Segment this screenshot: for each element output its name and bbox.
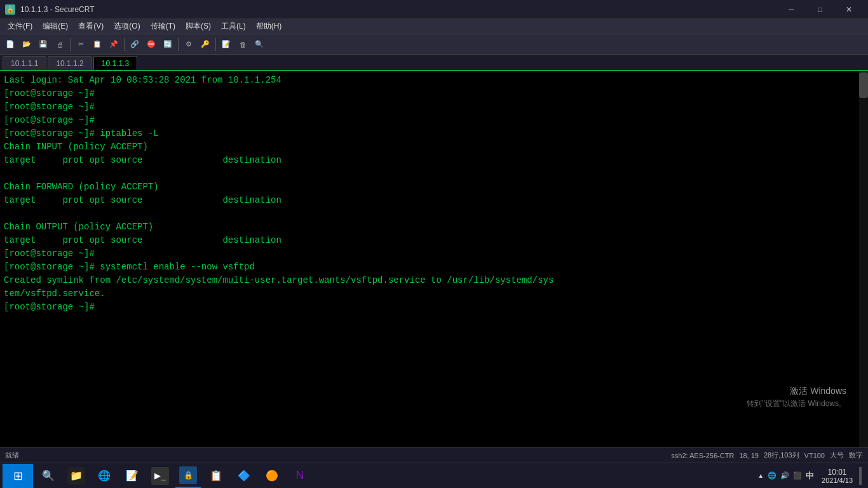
menu-help[interactable]: 帮助(H) <box>251 19 287 34</box>
start-icon: ⊞ <box>13 469 23 483</box>
terminal-line-10: target prot opt source destination <box>4 194 855 207</box>
taskbar-onenote[interactable]: 🔷 <box>231 464 257 488</box>
maximize-button[interactable]: □ <box>806 0 834 19</box>
toolbar-log[interactable]: 📝 <box>219 37 234 52</box>
clock-date: 2021/4/13 <box>822 477 853 484</box>
terminal-line-8 <box>4 167 855 180</box>
show-desktop-icon <box>859 467 862 485</box>
toolbar-cut[interactable]: ✂ <box>73 37 88 52</box>
toolbar-disconnect[interactable]: ⛔ <box>144 37 159 52</box>
tray-network[interactable]: 🌐 <box>768 471 776 480</box>
status-right: ssh2: AES-256-CTR 18, 19 28行,103列 VT100 … <box>671 451 863 460</box>
tab-1-label: 10.1.1.1 <box>11 59 38 68</box>
terminal-wrapper: Last login: Sat Apr 10 08:53:28 2021 fro… <box>0 71 868 447</box>
menu-transfer[interactable]: 传输(T) <box>146 19 180 34</box>
taskbar-edge[interactable]: 🌐 <box>92 464 117 488</box>
toolbar-key[interactable]: 🔑 <box>198 37 213 52</box>
taskbar-search[interactable]: 🔍 <box>36 464 61 488</box>
toolbar-new[interactable]: 📄 <box>3 37 18 52</box>
status-numlock: 数字 <box>849 451 863 460</box>
menu-bar: 文件(F) 编辑(E) 查看(V) 选项(O) 传输(T) 脚本(S) 工具(L… <box>0 19 868 34</box>
status-size: 28行,103列 <box>764 451 799 460</box>
taskbar-left: ⊞ 🔍 📁 🌐 📝 ▶_ 🔒 📋 🔷 🟠 N <box>3 464 313 488</box>
toolbar-paste[interactable]: 📌 <box>106 37 121 52</box>
toolbar-reconnect[interactable]: 🔄 <box>160 37 175 52</box>
status-term: VT100 <box>804 452 825 459</box>
terminal-line-9: Chain FORWARD (policy ACCEPT) <box>4 180 855 194</box>
taskbar-securecrt[interactable]: 🔒 <box>175 464 201 488</box>
title-bar-text: 10.1.1.3 - SecureCRT <box>20 5 95 14</box>
terminal-line-1: Last login: Sat Apr 10 08:53:28 2021 fro… <box>4 74 855 87</box>
terminal-line-7: target prot opt source destination <box>4 154 855 167</box>
menu-view[interactable]: 查看(V) <box>73 19 109 34</box>
tab-2[interactable]: 10.1.1.2 <box>48 56 92 70</box>
toolbar-sep3 <box>178 38 179 51</box>
minimize-button[interactable]: ─ <box>777 0 806 19</box>
word-icon: 📝 <box>123 467 141 485</box>
title-bar-left: 🔒 10.1.1.3 - SecureCRT <box>5 4 95 15</box>
tray-battery[interactable]: ⬛ <box>793 471 802 480</box>
system-tray: ▲ 🌐 🔊 ⬛ 中 <box>752 470 819 482</box>
terminal-line-13: target prot opt source destination <box>4 234 855 247</box>
tray-ime[interactable]: 中 <box>806 470 814 482</box>
window-controls: ─ □ ✕ <box>777 0 863 19</box>
terminal[interactable]: Last login: Sat Apr 10 08:53:28 2021 fro… <box>0 71 859 447</box>
terminal-line-15: [root@storage ~]# systemctl enable --now… <box>4 261 855 274</box>
menu-options[interactable]: 选项(O) <box>109 19 145 34</box>
terminal-scrollbar[interactable] <box>859 71 868 447</box>
search-icon: 🔍 <box>39 467 57 485</box>
terminal-line-14: [root@storage ~]# <box>4 247 855 261</box>
toolbar: 📄 📂 💾 🖨 ✂ 📋 📌 🔗 ⛔ 🔄 ⚙ 🔑 📝 🗑 🔍 <box>0 34 868 55</box>
taskbar: ⊞ 🔍 📁 🌐 📝 ▶_ 🔒 📋 🔷 🟠 N <box>0 463 868 488</box>
notepad-icon: 📋 <box>207 467 225 485</box>
onenote2-icon: N <box>291 467 309 485</box>
toolbar-settings[interactable]: ⚙ <box>181 37 196 52</box>
tray-chevron[interactable]: ▲ <box>757 472 764 479</box>
tab-3[interactable]: 10.1.1.3 <box>93 56 137 70</box>
start-button[interactable]: ⊞ <box>3 464 33 488</box>
taskbar-right: ▲ 🌐 🔊 ⬛ 中 10:01 2021/4/13 <box>752 464 865 488</box>
tab-2-label: 10.1.1.2 <box>56 59 83 68</box>
terminal-line-5: [root@storage ~]# iptables -L <box>4 127 855 140</box>
activation-title: 激活 Windows <box>747 384 846 398</box>
tab-bar: 10.1.1.1 10.1.1.2 10.1.1.3 <box>0 55 868 71</box>
scroll-thumb[interactable] <box>859 72 868 98</box>
toolbar-copy[interactable]: 📋 <box>90 37 105 52</box>
taskbar-word[interactable]: 📝 <box>119 464 145 488</box>
taskbar-file-explorer[interactable]: 📁 <box>64 464 89 488</box>
toolbar-save[interactable]: 💾 <box>36 37 51 52</box>
terminal-line-12: Chain OUTPUT (policy ACCEPT) <box>4 220 855 234</box>
menu-file[interactable]: 文件(F) <box>3 19 37 34</box>
terminal-line-18: [root@storage ~]# <box>4 301 855 314</box>
close-button[interactable]: ✕ <box>834 0 863 19</box>
taskbar-onenote2[interactable]: N <box>287 464 313 488</box>
status-font: 大号 <box>830 451 844 460</box>
taskbar-terminal-app[interactable]: ▶_ <box>147 464 173 488</box>
menu-edit[interactable]: 编辑(E) <box>37 19 73 34</box>
system-clock[interactable]: 10:01 2021/4/13 <box>822 468 853 484</box>
status-cipher: ssh2: AES-256-CTR <box>671 452 734 459</box>
taskbar-chrome[interactable]: 🟠 <box>259 464 285 488</box>
terminal-line-16: Created symlink from /etc/systemd/system… <box>4 274 855 287</box>
edge-icon: 🌐 <box>95 467 113 485</box>
status-left: 就绪 <box>5 451 19 460</box>
toolbar-print[interactable]: 🖨 <box>52 37 67 52</box>
toolbar-clear[interactable]: 🗑 <box>235 37 250 52</box>
status-ready: 就绪 <box>5 451 19 460</box>
toolbar-sep2 <box>124 38 125 51</box>
show-desktop-button[interactable] <box>855 464 865 488</box>
tray-volume[interactable]: 🔊 <box>780 471 789 480</box>
tab-3-label: 10.1.1.3 <box>102 59 129 68</box>
toolbar-open[interactable]: 📂 <box>19 37 34 52</box>
toolbar-zoom[interactable]: 🔍 <box>252 37 267 52</box>
toolbar-connect[interactable]: 🔗 <box>127 37 142 52</box>
menu-script[interactable]: 脚本(S) <box>180 19 216 34</box>
chrome-icon: 🟠 <box>263 467 281 485</box>
terminal-line-2: [root@storage ~]# <box>4 87 855 100</box>
activation-subtitle: 转到"设置"以激活 Windows。 <box>747 398 846 409</box>
terminal-line-4: [root@storage ~]# <box>4 114 855 127</box>
menu-tools[interactable]: 工具(L) <box>216 19 251 34</box>
tab-1[interactable]: 10.1.1.1 <box>3 56 46 70</box>
taskbar-notepad[interactable]: 📋 <box>203 464 229 488</box>
file-explorer-icon: 📁 <box>67 467 85 485</box>
